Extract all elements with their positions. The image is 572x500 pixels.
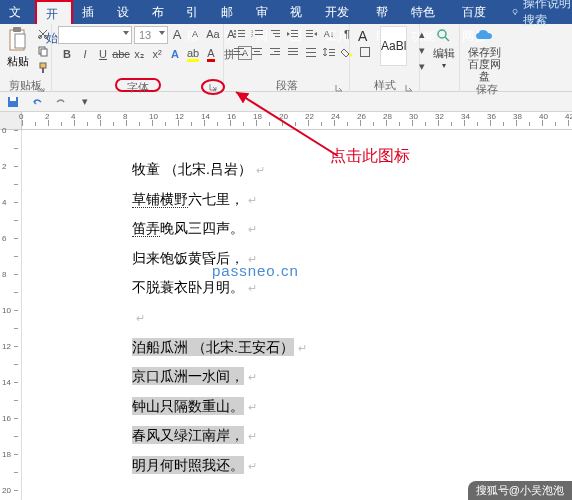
tell-me-label: 操作说明搜索 <box>523 0 572 29</box>
underline-button[interactable]: U <box>94 46 112 62</box>
ribbon-body: 粘贴 剪贴板 13 A A Aa A B I <box>0 24 572 92</box>
sort-button[interactable]: A↓ <box>320 26 338 42</box>
paste-button[interactable]: 粘贴 <box>6 26 30 69</box>
font-size-combo[interactable]: 13 <box>134 26 168 44</box>
paragraph-launcher[interactable] <box>333 81 345 93</box>
svg-rect-25 <box>291 33 298 34</box>
svg-rect-30 <box>234 48 244 49</box>
grow-font-button[interactable]: A <box>168 26 186 42</box>
style-char-shading[interactable]: A <box>356 26 372 46</box>
superscript-button[interactable]: x² <box>148 46 166 62</box>
poem2-line2: 钟山只隔数重山。↵ <box>132 397 572 417</box>
group-font: 13 A A Aa A B I U abc x₂ x² A ab A 拼 A 字… <box>52 24 224 92</box>
tab-references[interactable]: 引用 <box>177 0 212 24</box>
svg-rect-1 <box>514 13 515 14</box>
bold-button[interactable]: B <box>58 46 76 62</box>
subscript-button[interactable]: x₂ <box>130 46 148 62</box>
svg-point-0 <box>513 9 517 13</box>
lightbulb-icon <box>511 6 519 18</box>
font-color-icon: A <box>207 47 214 62</box>
tab-layout[interactable]: 布局 <box>143 0 178 24</box>
empty-line: ↵ <box>132 308 572 328</box>
numbering-button[interactable]: 12 <box>248 26 266 42</box>
decrease-indent-button[interactable] <box>284 26 302 42</box>
cut-button[interactable] <box>34 26 52 42</box>
align-left-button[interactable] <box>230 44 248 60</box>
bullets-button[interactable] <box>230 26 248 42</box>
style-gallery[interactable]: AaBl <box>380 26 407 66</box>
svg-rect-33 <box>252 48 262 49</box>
save-baidu-button[interactable]: 保存到 百度网盘 <box>466 26 502 82</box>
font-name-combo[interactable] <box>58 26 132 44</box>
tab-insert[interactable]: 插入 <box>73 0 108 24</box>
clipboard-launcher[interactable] <box>35 81 47 93</box>
watermark: passneo.cn <box>212 260 299 281</box>
svg-rect-27 <box>306 30 313 31</box>
change-case-button[interactable]: Aa <box>204 26 222 42</box>
distribute-button[interactable] <box>302 44 320 60</box>
svg-point-15 <box>234 36 236 38</box>
align-center-button[interactable] <box>248 44 266 60</box>
tab-file[interactable]: 文件 <box>0 0 35 24</box>
text-effects-button[interactable]: A <box>166 46 184 62</box>
qat-customize[interactable]: ▾ <box>76 94 94 110</box>
justify-button[interactable] <box>284 44 302 60</box>
tab-review[interactable]: 审阅 <box>247 0 282 24</box>
group-save: 保存到 百度网盘 保存 <box>460 24 514 92</box>
save-icon <box>7 96 19 108</box>
qat-redo[interactable] <box>52 94 70 110</box>
align-right-button[interactable] <box>266 44 284 60</box>
svg-rect-45 <box>329 49 335 50</box>
italic-button[interactable]: I <box>76 46 94 62</box>
redo-icon <box>55 96 67 108</box>
align-center-icon <box>252 48 262 57</box>
copy-icon <box>37 45 49 57</box>
tab-home[interactable]: 开始 <box>35 0 74 24</box>
svg-rect-36 <box>270 48 280 49</box>
svg-rect-38 <box>270 54 280 55</box>
tab-special[interactable]: 特色功能 <box>402 0 453 24</box>
svg-rect-40 <box>288 51 298 52</box>
sort-icon: A↓ <box>324 29 335 39</box>
tab-mailings[interactable]: 邮件 <box>212 0 247 24</box>
svg-point-51 <box>438 30 446 38</box>
font-dialog-launcher[interactable] <box>201 79 225 95</box>
copy-button[interactable] <box>34 43 52 59</box>
tell-me-search[interactable]: 操作说明搜索 <box>511 0 572 29</box>
save-baidu-label: 保存到 百度网盘 <box>466 46 502 82</box>
paragraph-group-label: 段落 <box>230 78 343 92</box>
vertical-ruler[interactable]: 02468101214161820 <box>0 130 22 500</box>
align-right-icon <box>270 48 280 57</box>
tab-devtools[interactable]: 开发工具 <box>316 0 367 24</box>
strikethrough-button[interactable]: abc <box>112 46 130 62</box>
increase-indent-button[interactable] <box>302 26 320 42</box>
tab-view[interactable]: 视图 <box>281 0 316 24</box>
clipboard-icon <box>6 26 30 54</box>
qat-save[interactable] <box>4 94 22 110</box>
font-color-button[interactable]: A <box>202 46 220 62</box>
svg-rect-20 <box>255 34 263 35</box>
distribute-icon <box>306 48 316 57</box>
horizontal-ruler[interactable]: 024681012141618202224262830323436384042 <box>0 112 572 130</box>
multilevel-button[interactable] <box>266 26 284 42</box>
tab-help[interactable]: 帮助 <box>367 0 402 24</box>
svg-rect-21 <box>271 30 280 31</box>
format-painter-button[interactable] <box>34 60 52 76</box>
document-page[interactable]: 牧童 （北宋.吕岩）↵ 草铺横野六七里，↵ 笛弄晚风三四声。↵ 归来饱饭黄昏后，… <box>22 130 572 500</box>
justify-icon <box>288 48 298 57</box>
line-spacing-button[interactable] <box>320 44 338 60</box>
highlight-button[interactable]: ab <box>184 46 202 62</box>
styles-launcher[interactable] <box>403 81 415 93</box>
poem1-line4: 不脱蓑衣卧月明。↵ <box>132 278 572 298</box>
scissors-icon <box>37 28 49 40</box>
shrink-font-button[interactable]: A <box>186 26 204 42</box>
svg-rect-41 <box>288 54 298 55</box>
cloud-icon <box>474 26 494 46</box>
qat-undo[interactable] <box>28 94 46 110</box>
editing-button[interactable]: 编辑 ▾ <box>426 26 462 70</box>
poem1-line1: 草铺横野六七里，↵ <box>132 190 572 210</box>
svg-rect-3 <box>13 27 21 32</box>
tab-design[interactable]: 设计 <box>108 0 143 24</box>
svg-rect-35 <box>252 54 262 55</box>
tab-baidu[interactable]: 百度网盘 <box>453 0 504 24</box>
